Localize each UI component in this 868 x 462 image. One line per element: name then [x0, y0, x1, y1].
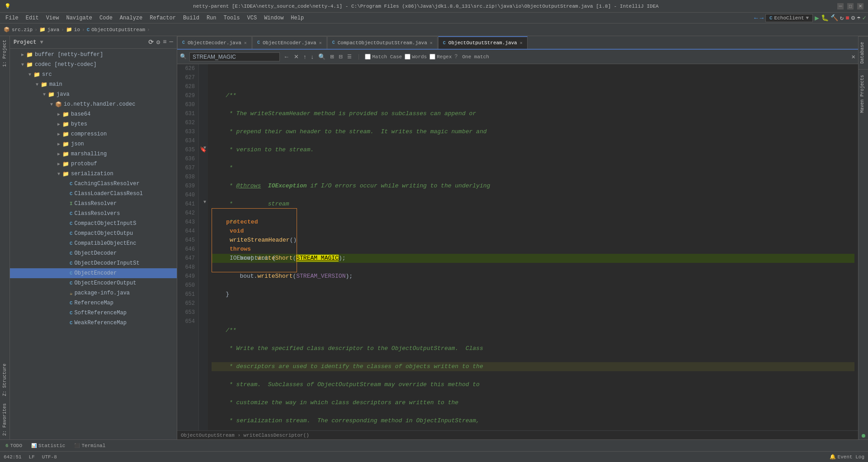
regex-option[interactable]: Regex [429, 54, 452, 60]
tree-item-protobuf[interactable]: ▶ 📁 protobuf [10, 159, 177, 169]
tree-item-codec[interactable]: ▼ 📁 codec [netty-codec] [10, 60, 177, 70]
tree-item-CachingClassResolver[interactable]: ▶ C CachingClassResolver [10, 179, 177, 189]
debug-button[interactable]: 🐛 [821, 14, 829, 22]
tree-item-ObjectDecoderInputSt[interactable]: ▶ C ObjectDecoderInputSt [10, 258, 177, 268]
bottom-tab-todo[interactable]: 6 TODO [2, 441, 26, 451]
database-tab[interactable]: Database [859, 36, 868, 69]
tab-close-icon[interactable]: ✕ [319, 40, 322, 46]
tab-close-icon[interactable]: ✕ [244, 40, 247, 46]
search-more-button[interactable]: ⊟ [338, 53, 344, 61]
tree-item-package[interactable]: ▼ 📦 io.netty.handler.codec [10, 99, 177, 109]
project-settings-icon[interactable]: ≡ [163, 38, 166, 46]
favorites-tab[interactable]: 2: Favorites [1, 400, 9, 439]
project-panel-tab[interactable]: 1: Project [1, 36, 9, 70]
menu-edit[interactable]: Edit [22, 13, 42, 23]
tree-item-bytes[interactable]: ▶ 📁 bytes [10, 119, 177, 129]
tree-item-main[interactable]: ▼ 📁 main [10, 79, 177, 89]
match-case-checkbox[interactable] [365, 54, 371, 60]
search-input[interactable] [189, 52, 280, 61]
tree-item-ClassResolvers[interactable]: ▶ C ClassResolvers [10, 209, 177, 219]
words-checkbox[interactable] [405, 54, 410, 60]
breadcrumb-src-zip[interactable]: src.zip [12, 27, 33, 33]
menu-refactor[interactable]: Refactor [146, 13, 179, 23]
search-prev-button[interactable]: ← [283, 52, 290, 61]
run-config-selector[interactable]: C EchoClient ▼ [765, 14, 813, 22]
match-case-option[interactable]: Match Case [365, 54, 402, 60]
code-editor[interactable]: /** * The writeStreamHeader method is pr… [208, 64, 858, 430]
tree-item-buffer[interactable]: ▶ 📁 buffer [netty-buffer] [10, 50, 177, 60]
words-option[interactable]: Words [405, 54, 427, 60]
stop-button[interactable]: ■ [845, 14, 849, 22]
menu-run[interactable]: Run [203, 13, 220, 23]
menu-help[interactable]: Help [287, 13, 307, 23]
line-separator-indicator[interactable]: LF [29, 454, 35, 460]
tree-item-json[interactable]: ▶ 📁 json [10, 139, 177, 149]
tree-item-CompatibleObjectEnc[interactable]: ▶ C CompatibleObjectEnc [10, 238, 177, 248]
search-clear-button[interactable]: ✕ [293, 52, 300, 61]
run-button[interactable]: ▶ [815, 14, 819, 23]
tree-item-ObjectEncoder[interactable]: ▶ C ObjectEncoder [10, 268, 177, 278]
tab-ObjectEncoder[interactable]: C ObjectEncoder.java ✕ [252, 36, 327, 49]
maven-projects-tab[interactable]: Maven Projects [859, 69, 868, 118]
project-minimize-icon[interactable]: ─ [170, 38, 173, 46]
project-gear-icon[interactable]: ⚙ [156, 38, 160, 46]
tree-item-ObjectDecoder[interactable]: ▶ C ObjectDecoder [10, 248, 177, 258]
search-find-button[interactable]: 🔍 [317, 52, 326, 61]
menu-tools[interactable]: Tools [220, 13, 244, 23]
menu-file[interactable]: File [2, 13, 22, 23]
tree-item-ReferenceMap[interactable]: ▶ C ReferenceMap [10, 298, 177, 308]
tree-item-ClassLoaderClassResol[interactable]: ▶ C ClassLoaderClassResol [10, 189, 177, 199]
menu-window[interactable]: Window [260, 13, 287, 23]
update-button[interactable]: ↻ [840, 14, 844, 22]
bottom-tab-terminal[interactable]: ⬛ Terminal [71, 441, 109, 451]
code-content[interactable]: 626 627 628 629 630 631 632 633 634 635 … [177, 64, 858, 430]
event-log-button[interactable]: 🔔 Event Log [830, 454, 864, 460]
search-options-button[interactable]: ☰ [346, 53, 353, 61]
tree-item-marshalling[interactable]: ▶ 📁 marshalling [10, 149, 177, 159]
project-dropdown-icon[interactable]: ▼ [40, 39, 43, 46]
tree-item-WeakReferenceMap[interactable]: ▶ C WeakReferenceMap [10, 318, 177, 328]
project-sync-icon[interactable]: ⟳ [148, 38, 154, 46]
tab-close-icon[interactable]: ✕ [430, 40, 433, 46]
tab-ObjectOutputStream[interactable]: C ObjectOutputStream.java ✕ [438, 36, 528, 49]
menu-vcs[interactable]: VCS [244, 13, 261, 23]
tree-item-CompactObjectInputS[interactable]: ▶ C CompactObjectInputS [10, 219, 177, 229]
regex-checkbox[interactable] [429, 54, 435, 60]
tree-item-package-info[interactable]: ▶ ☕ package-info.java [10, 288, 177, 298]
maximize-button[interactable]: □ [847, 3, 854, 9]
tab-ObjectDecoder[interactable]: C ObjectDecoder.java ✕ [177, 36, 252, 49]
minimize-button[interactable]: ─ [837, 3, 844, 9]
breadcrumb-java[interactable]: java [47, 27, 59, 33]
position-indicator[interactable]: 642:51 [4, 454, 22, 460]
tree-item-compression[interactable]: ▶ 📁 compression [10, 129, 177, 139]
breadcrumb-io[interactable]: io [74, 27, 80, 33]
build-button[interactable]: 🔨 [830, 14, 838, 22]
help-icon[interactable]: ? [454, 54, 458, 60]
tab-CompactObjectOutputStream[interactable]: C CompactObjectOutputStream.java ✕ [327, 36, 438, 49]
menu-navigate[interactable]: Navigate [62, 13, 96, 23]
menu-code[interactable]: Code [96, 13, 116, 23]
close-button[interactable]: ✕ [857, 3, 863, 9]
tree-item-ClassResolver[interactable]: ▶ I ClassResolver [10, 199, 177, 209]
menu-view[interactable]: View [42, 13, 63, 23]
tab-close-icon[interactable]: ✕ [520, 40, 523, 46]
tree-item-src[interactable]: ▼ 📁 src [10, 70, 177, 79]
search-filter-button[interactable]: ⊞ [329, 53, 335, 61]
tree-item-ObjectEncoderOutput[interactable]: ▶ C ObjectEncoderOutput [10, 278, 177, 288]
coverage-button[interactable]: ☂ [857, 14, 860, 22]
nav-back-icon[interactable]: ← [754, 14, 758, 22]
nav-forward-icon[interactable]: → [760, 14, 764, 22]
bottom-tab-statistic[interactable]: 📊 Statistic [28, 441, 69, 451]
menu-analyze[interactable]: Analyze [116, 13, 146, 23]
tree-item-java[interactable]: ▼ 📁 java [10, 89, 177, 99]
tree-item-SoftReferenceMap[interactable]: ▶ C SoftReferenceMap [10, 308, 177, 318]
tree-item-serialization[interactable]: ▼ 📁 serialization [10, 169, 177, 179]
search-close-button[interactable]: ✕ [852, 53, 855, 61]
search-down-button[interactable]: ↓ [310, 52, 315, 61]
tree-item-base64[interactable]: ▶ 📁 base64 [10, 109, 177, 119]
encoding-indicator[interactable]: UTF-8 [42, 454, 57, 460]
structure-tab[interactable]: Z: Structure [1, 360, 9, 400]
breadcrumb-class[interactable]: ObjectOutputStream [91, 27, 145, 33]
profile-button[interactable]: ⚙ [851, 14, 855, 22]
tree-item-CompactObjectOutpu[interactable]: ▶ C CompactObjectOutpu [10, 229, 177, 238]
